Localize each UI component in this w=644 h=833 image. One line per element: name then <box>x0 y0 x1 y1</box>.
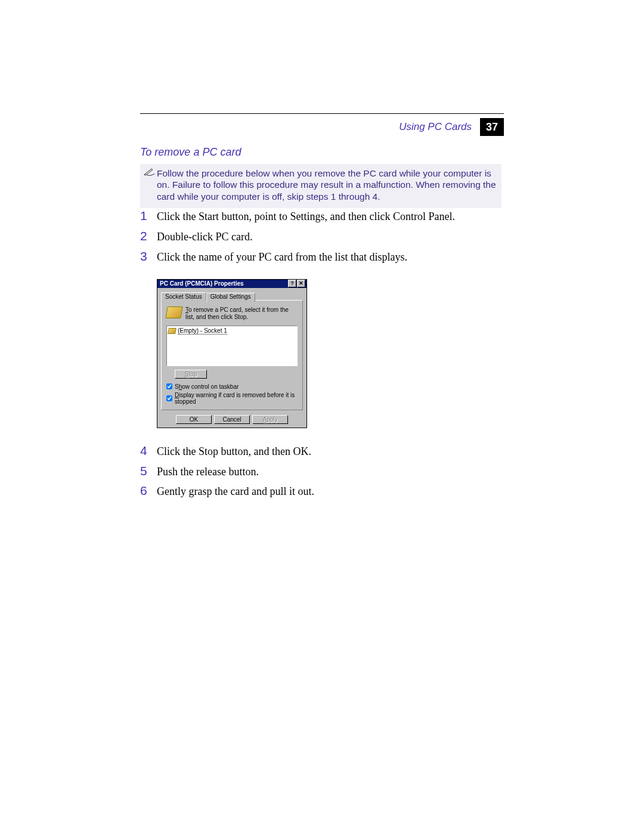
steps-list: 1 Click the Start button, point to Setti… <box>140 209 501 504</box>
display-warning-checkbox[interactable]: Display warning if card is removed befor… <box>166 392 298 405</box>
step-1: 1 Click the Start button, point to Setti… <box>140 209 501 225</box>
close-button[interactable]: ✕ <box>297 280 305 287</box>
pencil-note-icon <box>144 168 156 176</box>
card-listbox[interactable]: (Empty) - Socket 1 <box>166 326 298 366</box>
help-button[interactable]: ? <box>288 280 296 287</box>
apply-button[interactable]: Apply <box>252 415 288 424</box>
titlebar[interactable]: PC Card (PCMCIA) Properties ? ✕ <box>157 280 306 288</box>
properties-dialog-figure: PC Card (PCMCIA) Properties ? ✕ Socket S… <box>157 279 501 428</box>
step-text: Push the release button. <box>157 464 259 481</box>
list-item[interactable]: (Empty) - Socket 1 <box>168 327 296 335</box>
chapter-title: Using PC Cards <box>399 121 472 133</box>
step-number: 3 <box>140 249 157 264</box>
step-text: Click the Start button, point to Setting… <box>157 209 455 225</box>
step-number: 2 <box>140 229 157 243</box>
list-item-label: (Empty) - Socket 1 <box>178 327 227 335</box>
running-head: Using PC Cards 37 <box>399 118 504 136</box>
note-text: Follow the procedure below when you remo… <box>157 168 497 202</box>
pc-card-icon <box>165 306 183 318</box>
step-3: 3 Click the name of your PC card from th… <box>140 249 501 266</box>
step-6: 6 Gently grasp the card and pull it out. <box>140 484 501 500</box>
checkbox-input[interactable] <box>166 395 172 401</box>
instruction-text: To remove a PC card, select it from the … <box>185 306 298 321</box>
step-number: 1 <box>140 209 157 223</box>
dialog-title: PC Card (PCMCIA) Properties <box>160 280 244 287</box>
ok-button[interactable]: OK <box>176 415 212 424</box>
tab-socket-status[interactable]: Socket Status <box>161 292 206 301</box>
note-box: Follow the procedure below when you remo… <box>140 164 501 208</box>
step-5: 5 Push the release button. <box>140 464 501 481</box>
show-taskbar-checkbox[interactable]: Show control on taskbar <box>166 383 298 390</box>
step-number: 4 <box>140 444 157 458</box>
checkbox-label: Show control on taskbar <box>175 383 239 390</box>
cancel-button[interactable]: Cancel <box>214 415 250 424</box>
step-text: Gently grasp the card and pull it out. <box>157 484 314 500</box>
step-2: 2 Double-click PC card. <box>140 229 501 246</box>
checkbox-label: Display warning if card is removed befor… <box>175 392 298 405</box>
step-text: Click the name of your PC card from the … <box>157 249 407 266</box>
tab-global-settings[interactable]: Global Settings <box>206 293 255 302</box>
step-number: 5 <box>140 464 157 478</box>
tab-panel: To remove a PC card, select it from the … <box>161 300 303 410</box>
stop-button[interactable]: Stop <box>175 370 207 379</box>
pc-card-small-icon <box>168 328 177 334</box>
step-text: Double-click PC card. <box>157 229 252 246</box>
section-heading: To remove a PC card <box>140 146 241 159</box>
step-4: 4 Click the Stop button, and then OK. <box>140 444 501 460</box>
page-number-badge: 37 <box>480 118 504 136</box>
header-rule <box>140 113 504 114</box>
checkbox-input[interactable] <box>166 383 172 389</box>
step-text: Click the Stop button, and then OK. <box>157 444 311 460</box>
pc-card-properties-dialog: PC Card (PCMCIA) Properties ? ✕ Socket S… <box>157 279 307 428</box>
step-number: 6 <box>140 484 157 498</box>
